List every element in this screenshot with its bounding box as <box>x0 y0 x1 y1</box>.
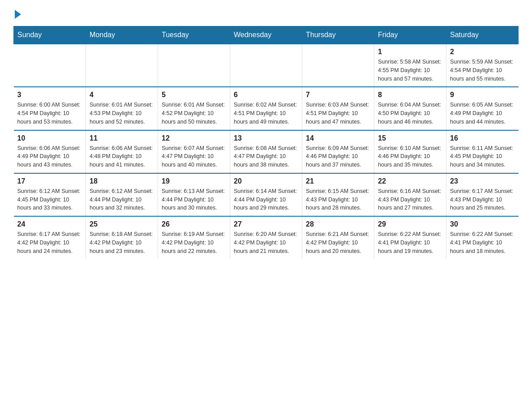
day-info: Sunrise: 6:14 AM Sunset: 4:44 PM Dayligh… <box>234 187 298 212</box>
day-info: Sunrise: 6:00 AM Sunset: 4:54 PM Dayligh… <box>17 101 82 126</box>
calendar-cell: 12Sunrise: 6:07 AM Sunset: 4:47 PM Dayli… <box>158 130 230 173</box>
day-info: Sunrise: 6:01 AM Sunset: 4:52 PM Dayligh… <box>162 101 226 126</box>
day-header-tuesday: Tuesday <box>158 26 230 44</box>
day-number: 2 <box>450 48 515 56</box>
day-number: 10 <box>17 134 82 142</box>
day-info: Sunrise: 6:10 AM Sunset: 4:46 PM Dayligh… <box>378 144 442 169</box>
day-info: Sunrise: 6:07 AM Sunset: 4:47 PM Dayligh… <box>162 144 226 169</box>
day-header-friday: Friday <box>374 26 446 44</box>
day-number: 12 <box>162 134 226 142</box>
calendar-cell <box>14 44 86 87</box>
day-headers-row: SundayMondayTuesdayWednesdayThursdayFrid… <box>14 26 519 44</box>
day-info: Sunrise: 6:13 AM Sunset: 4:44 PM Dayligh… <box>162 187 226 212</box>
day-header-monday: Monday <box>86 26 158 44</box>
calendar-cell: 9Sunrise: 6:05 AM Sunset: 4:49 PM Daylig… <box>446 87 519 130</box>
day-info: Sunrise: 6:22 AM Sunset: 4:41 PM Dayligh… <box>378 230 442 255</box>
calendar-cell <box>302 44 374 87</box>
calendar-row-0: 1Sunrise: 5:58 AM Sunset: 4:55 PM Daylig… <box>14 44 519 87</box>
calendar-cell: 28Sunrise: 6:21 AM Sunset: 4:42 PM Dayli… <box>302 216 374 259</box>
calendar-cell: 17Sunrise: 6:12 AM Sunset: 4:45 PM Dayli… <box>14 173 86 216</box>
calendar-row-1: 3Sunrise: 6:00 AM Sunset: 4:54 PM Daylig… <box>14 87 519 130</box>
calendar-cell: 24Sunrise: 6:17 AM Sunset: 4:42 PM Dayli… <box>14 216 86 259</box>
day-number: 8 <box>378 91 442 99</box>
calendar-cell: 20Sunrise: 6:14 AM Sunset: 4:44 PM Dayli… <box>230 173 302 216</box>
calendar-row-3: 17Sunrise: 6:12 AM Sunset: 4:45 PM Dayli… <box>14 173 519 216</box>
calendar-cell: 2Sunrise: 5:59 AM Sunset: 4:54 PM Daylig… <box>446 44 519 87</box>
day-number: 25 <box>90 220 154 228</box>
day-number: 5 <box>162 91 226 99</box>
calendar-cell: 18Sunrise: 6:12 AM Sunset: 4:44 PM Dayli… <box>86 173 158 216</box>
day-number: 7 <box>306 91 370 99</box>
calendar-cell: 5Sunrise: 6:01 AM Sunset: 4:52 PM Daylig… <box>158 87 230 130</box>
calendar-cell: 26Sunrise: 6:19 AM Sunset: 4:42 PM Dayli… <box>158 216 230 259</box>
day-number: 30 <box>450 220 515 228</box>
day-info: Sunrise: 6:04 AM Sunset: 4:50 PM Dayligh… <box>378 101 442 126</box>
calendar-cell: 16Sunrise: 6:11 AM Sunset: 4:45 PM Dayli… <box>446 130 519 173</box>
day-info: Sunrise: 6:16 AM Sunset: 4:43 PM Dayligh… <box>378 187 442 212</box>
day-number: 11 <box>90 134 154 142</box>
calendar-cell: 15Sunrise: 6:10 AM Sunset: 4:46 PM Dayli… <box>374 130 446 173</box>
logo-arrow-icon <box>15 10 21 19</box>
day-header-wednesday: Wednesday <box>230 26 302 44</box>
logo <box>13 9 21 17</box>
day-number: 22 <box>378 177 442 185</box>
calendar-cell: 3Sunrise: 6:00 AM Sunset: 4:54 PM Daylig… <box>14 87 86 130</box>
day-info: Sunrise: 6:06 AM Sunset: 4:49 PM Dayligh… <box>17 144 82 169</box>
calendar-body: 1Sunrise: 5:58 AM Sunset: 4:55 PM Daylig… <box>14 44 519 259</box>
day-number: 24 <box>17 220 82 228</box>
day-info: Sunrise: 6:09 AM Sunset: 4:46 PM Dayligh… <box>306 144 370 169</box>
calendar-cell <box>230 44 302 87</box>
day-number: 4 <box>90 91 154 99</box>
day-number: 6 <box>234 91 298 99</box>
day-header-sunday: Sunday <box>14 26 86 44</box>
day-info: Sunrise: 6:15 AM Sunset: 4:43 PM Dayligh… <box>306 187 370 212</box>
page-header <box>13 9 519 17</box>
day-number: 17 <box>17 177 82 185</box>
calendar-row-4: 24Sunrise: 6:17 AM Sunset: 4:42 PM Dayli… <box>14 216 519 259</box>
calendar-cell: 19Sunrise: 6:13 AM Sunset: 4:44 PM Dayli… <box>158 173 230 216</box>
day-number: 27 <box>234 220 298 228</box>
calendar-cell: 27Sunrise: 6:20 AM Sunset: 4:42 PM Dayli… <box>230 216 302 259</box>
logo-general-text <box>13 9 21 19</box>
day-info: Sunrise: 6:12 AM Sunset: 4:45 PM Dayligh… <box>17 187 82 212</box>
calendar-cell: 8Sunrise: 6:04 AM Sunset: 4:50 PM Daylig… <box>374 87 446 130</box>
day-number: 23 <box>450 177 515 185</box>
day-number: 29 <box>378 220 442 228</box>
day-number: 16 <box>450 134 515 142</box>
day-number: 13 <box>234 134 298 142</box>
day-number: 21 <box>306 177 370 185</box>
day-number: 14 <box>306 134 370 142</box>
calendar-cell: 4Sunrise: 6:01 AM Sunset: 4:53 PM Daylig… <box>86 87 158 130</box>
day-info: Sunrise: 6:11 AM Sunset: 4:45 PM Dayligh… <box>450 144 515 169</box>
calendar-cell: 7Sunrise: 6:03 AM Sunset: 4:51 PM Daylig… <box>302 87 374 130</box>
calendar-cell <box>158 44 230 87</box>
calendar-table: SundayMondayTuesdayWednesdayThursdayFrid… <box>13 26 519 259</box>
day-info: Sunrise: 6:01 AM Sunset: 4:53 PM Dayligh… <box>90 101 154 126</box>
day-info: Sunrise: 5:58 AM Sunset: 4:55 PM Dayligh… <box>378 58 442 83</box>
calendar-cell: 6Sunrise: 6:02 AM Sunset: 4:51 PM Daylig… <box>230 87 302 130</box>
calendar-cell <box>86 44 158 87</box>
calendar-cell: 14Sunrise: 6:09 AM Sunset: 4:46 PM Dayli… <box>302 130 374 173</box>
day-number: 3 <box>17 91 82 99</box>
calendar-header: SundayMondayTuesdayWednesdayThursdayFrid… <box>14 26 519 44</box>
day-info: Sunrise: 6:06 AM Sunset: 4:48 PM Dayligh… <box>90 144 154 169</box>
day-number: 9 <box>450 91 515 99</box>
calendar-cell: 21Sunrise: 6:15 AM Sunset: 4:43 PM Dayli… <box>302 173 374 216</box>
calendar-cell: 23Sunrise: 6:17 AM Sunset: 4:43 PM Dayli… <box>446 173 519 216</box>
day-info: Sunrise: 6:08 AM Sunset: 4:47 PM Dayligh… <box>234 144 298 169</box>
day-info: Sunrise: 6:19 AM Sunset: 4:42 PM Dayligh… <box>162 230 226 255</box>
day-info: Sunrise: 6:03 AM Sunset: 4:51 PM Dayligh… <box>306 101 370 126</box>
day-info: Sunrise: 6:17 AM Sunset: 4:42 PM Dayligh… <box>17 230 82 255</box>
calendar-cell: 30Sunrise: 6:22 AM Sunset: 4:41 PM Dayli… <box>446 216 519 259</box>
day-header-thursday: Thursday <box>302 26 374 44</box>
day-info: Sunrise: 6:18 AM Sunset: 4:42 PM Dayligh… <box>90 230 154 255</box>
calendar-cell: 29Sunrise: 6:22 AM Sunset: 4:41 PM Dayli… <box>374 216 446 259</box>
day-info: Sunrise: 5:59 AM Sunset: 4:54 PM Dayligh… <box>450 58 515 83</box>
day-info: Sunrise: 6:22 AM Sunset: 4:41 PM Dayligh… <box>450 230 515 255</box>
day-number: 15 <box>378 134 442 142</box>
day-number: 1 <box>378 48 442 56</box>
calendar-cell: 10Sunrise: 6:06 AM Sunset: 4:49 PM Dayli… <box>14 130 86 173</box>
day-info: Sunrise: 6:05 AM Sunset: 4:49 PM Dayligh… <box>450 101 515 126</box>
day-number: 20 <box>234 177 298 185</box>
day-number: 28 <box>306 220 370 228</box>
